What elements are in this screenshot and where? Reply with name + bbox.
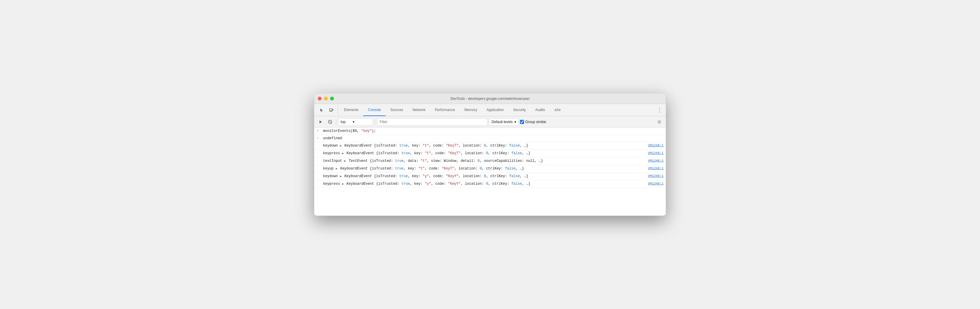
console-row-textinput: textInput ▶ TextEvent {isTrusted: true, …: [314, 157, 666, 165]
console-row-keydown-2: keydown ▶ KeyboardEvent {isTrusted: true…: [314, 173, 666, 180]
console-row-input: › monitorEvents($0, "key");: [314, 128, 666, 135]
tab-performance[interactable]: Performance: [430, 104, 460, 116]
svg-point-6: [659, 121, 660, 122]
ban-icon: [328, 120, 332, 124]
console-event-keydown-1: keydown ▶ KeyboardEvent {isTrusted: true…: [323, 143, 644, 149]
tab-memory[interactable]: Memory: [460, 104, 482, 116]
console-event-textinput: textInput ▶ TextEvent {isTrusted: true, …: [323, 159, 644, 164]
tab-network[interactable]: Network: [408, 104, 430, 116]
cursor-icon-button[interactable]: [318, 106, 326, 114]
source-link-2[interactable]: VM1240:1: [648, 150, 663, 155]
devtools-window: DevTools - developers.google.com/web/sho…: [314, 93, 666, 216]
levels-chevron-icon: ▾: [514, 120, 516, 124]
title-bar-buttons: [318, 97, 334, 101]
console-row-keydown-1: keydown ▶ KeyboardEvent {isTrusted: true…: [314, 142, 666, 150]
group-similar-checkbox[interactable]: [520, 120, 524, 124]
tab-audits[interactable]: Audits: [530, 104, 550, 116]
svg-rect-0: [329, 109, 332, 111]
console-output: › monitorEvents($0, "key"); ‹ undefined …: [314, 128, 666, 216]
output-indicator: ‹: [317, 136, 319, 140]
minimize-button[interactable]: [324, 97, 328, 101]
console-input-text: monitorEvents($0, "key");: [323, 128, 663, 134]
context-selector[interactable]: top ▾: [338, 118, 373, 126]
console-row-undefined: ‹ undefined: [314, 135, 666, 142]
console-event-keypress-1: keypress ▶ KeyboardEvent {isTrusted: tru…: [323, 150, 644, 156]
console-row-keypress-2: keypress ▶ KeyboardEvent {isTrusted: tru…: [314, 180, 666, 188]
tab-sources[interactable]: Sources: [385, 104, 408, 116]
console-event-keydown-2: keydown ▶ KeyboardEvent {isTrusted: true…: [323, 174, 644, 179]
title-bar: DevTools - developers.google.com/web/sho…: [314, 93, 666, 104]
window-title: DevTools - developers.google.com/web/sho…: [450, 97, 529, 101]
tab-security[interactable]: Security: [509, 104, 530, 116]
clear-console-button[interactable]: [326, 118, 334, 126]
source-link-5[interactable]: VM1240:1: [648, 174, 663, 178]
svg-rect-1: [332, 109, 333, 110]
filter-input[interactable]: [377, 118, 488, 126]
tab-icons-group: [315, 104, 338, 116]
gear-icon: [657, 120, 662, 124]
tab-application[interactable]: Application: [482, 104, 509, 116]
tab-console[interactable]: Console: [363, 104, 385, 116]
source-link-4[interactable]: VM1240:1: [648, 166, 663, 170]
close-button[interactable]: [318, 97, 321, 101]
execute-script-button[interactable]: [317, 118, 325, 126]
console-event-keyup: keyup ▶ KeyboardEvent {isTrusted: true, …: [323, 166, 644, 171]
toolbar-divider-1: [336, 119, 336, 125]
chevron-down-icon: ▾: [353, 120, 355, 124]
tab-elements[interactable]: Elements: [339, 104, 363, 116]
group-similar-label[interactable]: Group similar: [525, 120, 546, 124]
console-output-undefined: undefined: [323, 136, 663, 141]
svg-marker-3: [320, 120, 322, 123]
device-icon: [329, 108, 334, 112]
tab-axe[interactable]: aXe: [550, 104, 565, 116]
console-toolbar: top ▾ Default levels ▾ Group similar: [314, 116, 666, 128]
more-tabs-button[interactable]: ⋮: [655, 104, 665, 116]
source-link-1[interactable]: VM1240:1: [648, 143, 663, 147]
console-row-keyup: keyup ▶ KeyboardEvent {isTrusted: true, …: [314, 165, 666, 173]
cursor-icon: [320, 108, 324, 112]
play-icon: [319, 120, 323, 124]
tabs-bar: Elements Console Sources Network Perform…: [314, 104, 666, 116]
log-levels-selector[interactable]: Default levels ▾: [489, 118, 519, 126]
settings-button[interactable]: [655, 118, 663, 126]
source-link-3[interactable]: VM1240:1: [648, 159, 663, 162]
device-icon-button[interactable]: [327, 106, 336, 114]
console-event-keypress-2: keypress ▶ KeyboardEvent {isTrusted: tru…: [323, 181, 644, 187]
console-row-keypress-1: keypress ▶ KeyboardEvent {isTrusted: tru…: [314, 150, 666, 157]
source-link-6[interactable]: VM1240:1: [648, 181, 663, 185]
input-indicator: ›: [317, 129, 319, 133]
svg-line-5: [329, 120, 332, 123]
maximize-button[interactable]: [330, 97, 334, 101]
